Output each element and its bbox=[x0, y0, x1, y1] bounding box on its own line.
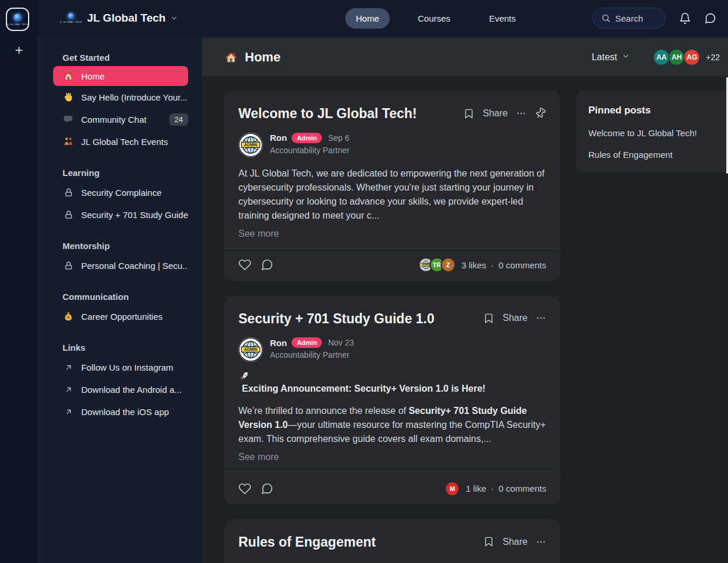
tab-events[interactable]: Events bbox=[479, 8, 526, 29]
comments-count: 0 comments bbox=[498, 260, 546, 270]
search-input[interactable]: Search bbox=[592, 8, 666, 29]
post-author[interactable]: ADMINRonAdminSep 6Accountability Partner bbox=[238, 133, 546, 157]
notifications-bell-icon[interactable] bbox=[679, 12, 691, 25]
post-stats[interactable]: 1 like·0 comments bbox=[466, 483, 546, 493]
member-avatar-group[interactable]: AAAHAG bbox=[654, 49, 700, 65]
sort-dropdown[interactable]: Latest bbox=[592, 52, 630, 63]
more-members-count[interactable]: +22 bbox=[706, 53, 720, 62]
post-title: Welcome to JL Global Tech! bbox=[238, 106, 417, 122]
post-card[interactable]: Security + 701 Study Guide 1.0Share ADMI… bbox=[224, 296, 560, 505]
liker-avatar[interactable]: M bbox=[445, 481, 460, 496]
search-icon bbox=[601, 13, 611, 23]
sidebar-item-follow-us-on-instagram[interactable]: Follow Us on Instagram bbox=[63, 356, 188, 378]
post-stats[interactable]: 3 likes·0 comments bbox=[462, 260, 546, 270]
primary-nav: HomeCoursesEvents bbox=[345, 8, 526, 29]
external-arrow-icon bbox=[63, 385, 74, 394]
see-more-link[interactable]: See more bbox=[238, 452, 546, 462]
member-avatar[interactable]: AA bbox=[653, 49, 670, 65]
sidebar-item-label: Security + 701 Study Guide bbox=[81, 210, 188, 220]
brand-logo-text: JL GLOBAL TECH bbox=[60, 20, 82, 23]
post-feed: Welcome to JL Global Tech!Share ADMINRon… bbox=[224, 76, 560, 563]
post-footer: M1 like·0 comments bbox=[224, 472, 560, 505]
post-actions: Share bbox=[483, 534, 546, 547]
post-title: Rules of Engagement bbox=[238, 534, 376, 551]
post-body: At JL Global Tech, we are dedicated to e… bbox=[238, 167, 546, 223]
like-heart-icon[interactable] bbox=[238, 482, 251, 495]
tab-courses[interactable]: Courses bbox=[407, 8, 461, 29]
sidebar-item-label: Follow Us on Instagram bbox=[81, 362, 174, 372]
sidebar-item-label: Download the Android a... bbox=[81, 385, 182, 395]
add-community-button[interactable]: + bbox=[0, 41, 38, 60]
bookmark-icon[interactable] bbox=[463, 108, 474, 119]
sidebar-item-community-chat[interactable]: Community Chat24 bbox=[63, 108, 188, 130]
sidebar-item-say-hello-introduce-your[interactable]: Say Hello (Introduce Your... bbox=[63, 86, 188, 108]
more-options-icon[interactable] bbox=[516, 108, 526, 119]
post-body: Exciting Announcement: Security+ Version… bbox=[238, 371, 546, 446]
sidebar-section-title: Communication bbox=[63, 292, 188, 302]
share-button[interactable]: Share bbox=[483, 108, 508, 119]
sidebar-item-jl-global-tech-events[interactable]: JL Global Tech Events bbox=[63, 130, 188, 153]
share-button[interactable]: Share bbox=[502, 313, 528, 323]
sidebar: Get StartedHomeSay Hello (Introduce Your… bbox=[38, 36, 202, 563]
comment-icon[interactable] bbox=[261, 482, 273, 495]
sidebar-item-personal-coaching-secu[interactable]: Personal Coaching | Secu... bbox=[63, 254, 188, 277]
money-bag-icon: $ bbox=[63, 311, 74, 322]
sidebar-item-label: Home bbox=[81, 71, 105, 81]
pinned-posts-title: Pinned posts bbox=[588, 105, 728, 116]
chevron-down-icon[interactable] bbox=[170, 14, 178, 22]
post-title: Security + 701 Study Guide 1.0 bbox=[238, 311, 435, 327]
sidebar-item-download-the-android-a[interactable]: Download the Android a... bbox=[63, 378, 188, 400]
admin-globe-avatar: ADMIN bbox=[238, 337, 263, 362]
post-footer: ADMINTRZ3 likes·0 comments bbox=[224, 248, 560, 281]
bookmark-icon[interactable] bbox=[483, 536, 494, 547]
more-options-icon[interactable] bbox=[536, 313, 546, 323]
main-area: Home Latest AAAHAG +22 Welcome to JL Glo… bbox=[202, 36, 728, 563]
messages-chat-icon[interactable] bbox=[704, 12, 716, 25]
member-avatar[interactable]: AG bbox=[684, 49, 700, 65]
sidebar-section: LinksFollow Us on InstagramDownload the … bbox=[63, 343, 188, 423]
post-card[interactable]: Welcome to JL Global Tech!Share ADMINRon… bbox=[224, 91, 560, 281]
rocket-icon bbox=[238, 371, 546, 382]
post-date: Nov 23 bbox=[328, 338, 353, 347]
sidebar-item-home[interactable]: Home bbox=[53, 66, 188, 86]
community-logo-tile[interactable]: JL GLOBAL TECH bbox=[6, 8, 29, 31]
svg-text:$: $ bbox=[67, 315, 70, 320]
sidebar-item-label: Security Complaince bbox=[81, 188, 162, 198]
liker-avatar-group[interactable]: M bbox=[445, 481, 460, 496]
member-avatar[interactable]: AH bbox=[668, 49, 685, 65]
sidebar-item-label: Say Hello (Introduce Your... bbox=[81, 92, 188, 102]
sidebar-item-security-complaince[interactable]: Security Complaince bbox=[63, 181, 188, 203]
like-heart-icon[interactable] bbox=[238, 258, 251, 271]
post-author[interactable]: ADMINRonAdminNov 23Accountability Partne… bbox=[238, 337, 546, 362]
liker-avatar-group[interactable]: ADMINTRZ bbox=[418, 257, 456, 272]
house-icon bbox=[63, 71, 74, 81]
share-button[interactable]: Share bbox=[502, 537, 528, 547]
more-options-icon[interactable] bbox=[536, 537, 546, 547]
sidebar-section-title: Learning bbox=[63, 168, 188, 178]
external-arrow-icon bbox=[63, 407, 74, 416]
lock-icon bbox=[63, 261, 74, 271]
sidebar-item-download-the-ios-app[interactable]: Download the iOS app bbox=[63, 400, 188, 423]
pin-icon[interactable] bbox=[535, 108, 546, 119]
bookmark-icon[interactable] bbox=[483, 313, 494, 324]
community-name[interactable]: JL Global Tech bbox=[87, 12, 165, 25]
admin-badge: Admin bbox=[292, 133, 322, 143]
pinned-post-link[interactable]: Welcome to JL Global Tech! bbox=[588, 128, 728, 138]
community-logo-small[interactable]: JL GLOBAL TECH bbox=[60, 10, 81, 26]
sidebar-item-label: JL Global Tech Events bbox=[81, 137, 168, 147]
post-card[interactable]: Rules of EngagementShare bbox=[224, 519, 560, 563]
sidebar-item-label: Career Opportunities bbox=[81, 312, 162, 322]
sidebar-item-security-701-study-guide[interactable]: Security + 701 Study Guide bbox=[63, 203, 188, 226]
tab-home[interactable]: Home bbox=[345, 8, 390, 29]
comment-icon[interactable] bbox=[261, 258, 273, 271]
see-more-link[interactable]: See more bbox=[238, 229, 546, 239]
sidebar-item-label: Download the iOS app bbox=[81, 407, 169, 417]
sidebar-item-career-opportunities[interactable]: $Career Opportunities bbox=[63, 305, 188, 327]
page-title: Home bbox=[245, 50, 280, 65]
pinned-post-link[interactable]: Rules of Engagement bbox=[588, 150, 728, 160]
liker-avatar[interactable]: Z bbox=[441, 257, 456, 272]
brand-orb-icon bbox=[68, 13, 74, 19]
pinned-posts-panel: Pinned posts Welcome to JL Global Tech!R… bbox=[576, 91, 728, 172]
sidebar-item-label: Personal Coaching | Secu... bbox=[81, 261, 188, 271]
sidebar-section-title: Links bbox=[63, 343, 188, 353]
